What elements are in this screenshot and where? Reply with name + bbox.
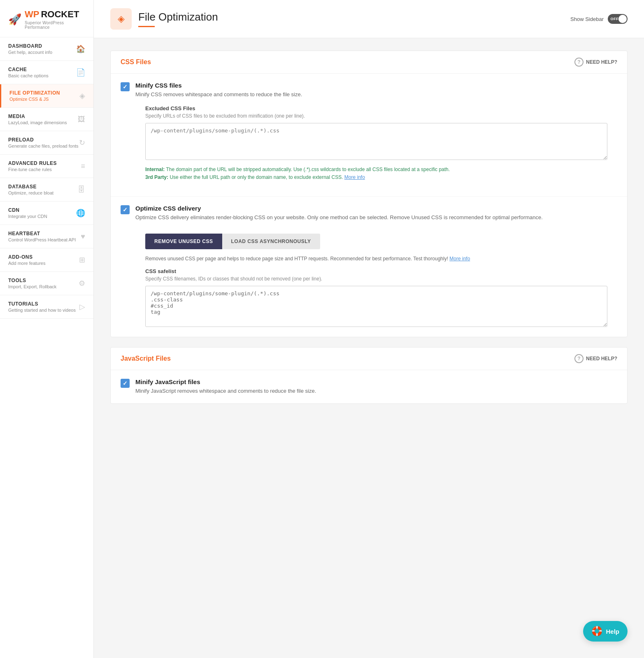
css-need-help-button[interactable]: ? NEED HELP? [574, 58, 617, 67]
nav-icon-tutorials: ▷ [79, 302, 85, 311]
third-text: Use either the full URL path or only the… [170, 174, 343, 180]
load-css-async-button[interactable]: LOAD CSS ASYNCHRONOUSLY [222, 234, 320, 249]
sidebar-item-heartbeat[interactable]: HEARTBEAT Control WordPress Heartbeat AP… [0, 225, 93, 248]
nav-label-tools: TOOLS [8, 278, 56, 283]
sidebar: 🚀 WP ROCKET Superior WordPress Performan… [0, 0, 94, 658]
nav-icon-database: 🗄 [78, 185, 85, 194]
nav-label-tutorials: TUTORIALS [8, 301, 76, 307]
js-section-header: JavaScript Files ? NEED HELP? [111, 348, 627, 370]
css-files-section: CSS Files ? NEED HELP? Minify CSS files … [110, 51, 628, 337]
excluded-css-subsection: Excluded CSS Files Specify URLs of CSS f… [121, 99, 617, 188]
remove-unused-desc: Removes unused CSS per page and helps to… [145, 255, 607, 262]
optimize-css-desc: Optimize CSS delivery eliminates render-… [135, 213, 543, 222]
excluded-css-label: Excluded CSS Files [145, 105, 607, 111]
safelist-desc: Specify CSS filenames, IDs or classes th… [145, 276, 607, 282]
css-method-buttons: REMOVE UNUSED CSS LOAD CSS ASYNCHRONOUSL… [145, 234, 607, 249]
show-sidebar-control[interactable]: Show Sidebar OFF [570, 14, 628, 32]
safelist-input[interactable]: /wp-content/plugins/some-plugin/(.*).css… [145, 286, 607, 327]
sidebar-item-add-ons[interactable]: ADD-ONS Add more features ⊞ [0, 248, 93, 272]
nav-label-heartbeat: HEARTBEAT [8, 231, 76, 236]
css-section-title: CSS Files [121, 58, 151, 66]
excluded-css-input[interactable] [145, 123, 607, 160]
nav-container: DASHBOARD Get help, account info 🏠 CACHE… [0, 37, 93, 319]
nav-icon-heartbeat: ♥ [81, 232, 85, 241]
content-area: CSS Files ? NEED HELP? Minify CSS files … [94, 38, 644, 426]
remove-unused-text: Removes unused CSS per page and helps to… [145, 256, 448, 262]
js-need-help-button[interactable]: ? NEED HELP? [574, 354, 617, 363]
safelist-label: CSS safelist [145, 268, 607, 274]
sidebar-item-dashboard[interactable]: DASHBOARD Get help, account info 🏠 [0, 37, 93, 61]
sidebar-item-cache[interactable]: CACHE Basic cache options 📄 [0, 61, 93, 84]
page-title-underline [138, 26, 155, 27]
nav-sublabel-dashboard: Get help, account info [8, 50, 52, 55]
js-section-title: JavaScript Files [121, 355, 171, 362]
nav-label-file-optimization: FILE OPTIMIZATION [9, 90, 60, 96]
sidebar-item-media[interactable]: MEDIA LazyLoad, image dimensions 🖼 [0, 108, 93, 131]
minify-css-row: Minify CSS files Minify CSS removes whit… [111, 74, 627, 197]
nav-sublabel-advanced-rules: Fine-tune cache rules [8, 167, 57, 172]
nav-label-cdn: CDN [8, 207, 47, 213]
minify-js-option: Minify JavaScript files Minify JavaScrip… [121, 378, 617, 395]
sidebar-item-file-optimization[interactable]: FILE OPTIMIZATION Optimize CSS & JS ◈ [0, 84, 93, 108]
sidebar-toggle[interactable]: OFF [608, 14, 628, 24]
nav-label-media: MEDIA [8, 114, 67, 119]
minify-css-checkbox[interactable] [121, 82, 130, 91]
nav-sublabel-media: LazyLoad, image dimensions [8, 120, 67, 125]
nav-icon-cdn: 🌐 [76, 209, 85, 218]
sidebar-item-tools[interactable]: TOOLS Import, Export, Rollback ⚙ [0, 272, 93, 295]
optimize-css-option: Optimize CSS delivery Optimize CSS deliv… [121, 205, 617, 222]
nav-label-preload: PRELOAD [8, 137, 79, 143]
excluded-css-desc: Specify URLs of CSS files to be excluded… [145, 113, 607, 119]
optimize-css-subsection: REMOVE UNUSED CSS LOAD CSS ASYNCHRONOUSL… [121, 221, 617, 329]
nav-icon-tools: ⚙ [79, 279, 85, 288]
nav-sublabel-preload: Generate cache files, preload fonts [8, 144, 79, 148]
nav-sublabel-cdn: Integrate your CDN [8, 214, 47, 219]
nav-icon-advanced-rules: ≡ [81, 162, 85, 171]
optimize-css-checkbox[interactable] [121, 205, 130, 214]
third-more-info-link[interactable]: More info [344, 174, 365, 180]
page-title: File Optimization [138, 11, 218, 23]
sidebar-item-tutorials[interactable]: TUTORIALS Getting started and how to vid… [0, 295, 93, 319]
nav-label-advanced-rules: ADVANCED RULES [8, 160, 57, 166]
sidebar-item-cdn[interactable]: CDN Integrate your CDN 🌐 [0, 202, 93, 225]
logo-area: 🚀 WP ROCKET Superior WordPress Performan… [0, 0, 93, 37]
minify-js-checkbox[interactable] [121, 379, 130, 388]
show-sidebar-label: Show Sidebar [570, 16, 604, 22]
need-help-icon: ? [574, 58, 584, 67]
minify-js-label: Minify JavaScript files [135, 378, 316, 385]
js-files-section: JavaScript Files ? NEED HELP? Minify Jav… [110, 347, 628, 404]
nav-sublabel-tutorials: Getting started and how to videos [8, 308, 76, 313]
nav-icon-preload: ↻ [79, 138, 85, 147]
nav-label-add-ons: ADD-ONS [8, 254, 46, 260]
internal-label: Internal: [145, 167, 165, 172]
nav-sublabel-database: Optimize, reduce bloat [8, 190, 53, 195]
nav-sublabel-add-ons: Add more features [8, 261, 46, 266]
page-header-icon: ◈ [110, 8, 132, 30]
remove-more-info-link[interactable]: More info [449, 256, 470, 262]
nav-icon-add-ons: ⊞ [79, 255, 85, 264]
third-label: 3rd Party: [145, 174, 168, 180]
minify-js-row: Minify JavaScript files Minify JavaScrip… [111, 370, 627, 403]
toggle-state-label: OFF [611, 17, 619, 21]
minify-css-option: Minify CSS files Minify CSS removes whit… [121, 82, 617, 99]
logo-wp: WP [25, 9, 39, 20]
minify-css-desc: Minify CSS removes whitespace and commen… [135, 90, 302, 99]
help-bubble[interactable]: 🛟 Help [583, 621, 628, 642]
js-need-help-label: NEED HELP? [586, 356, 617, 361]
sidebar-item-preload[interactable]: PRELOAD Generate cache files, preload fo… [0, 131, 93, 155]
optimize-css-row: Optimize CSS delivery Optimize CSS deliv… [111, 197, 627, 337]
main-content: ◈ File Optimization Show Sidebar OFF CSS… [94, 0, 644, 658]
excluded-css-info: Internal: The domain part of the URL wil… [145, 166, 607, 188]
js-need-help-icon: ? [574, 354, 584, 363]
page-header-left: ◈ File Optimization [110, 8, 218, 38]
help-bubble-icon: 🛟 [591, 626, 602, 637]
help-bubble-label: Help [606, 628, 619, 635]
remove-unused-css-button[interactable]: REMOVE UNUSED CSS [145, 234, 222, 249]
minify-css-label: Minify CSS files [135, 82, 302, 89]
nav-sublabel-heartbeat: Control WordPress Heartbeat API [8, 237, 76, 242]
sidebar-item-advanced-rules[interactable]: ADVANCED RULES Fine-tune cache rules ≡ [0, 155, 93, 178]
css-need-help-label: NEED HELP? [586, 59, 617, 65]
nav-label-dashboard: DASHBOARD [8, 43, 52, 49]
toggle-knob [618, 15, 627, 23]
sidebar-item-database[interactable]: DATABASE Optimize, reduce bloat 🗄 [0, 178, 93, 202]
